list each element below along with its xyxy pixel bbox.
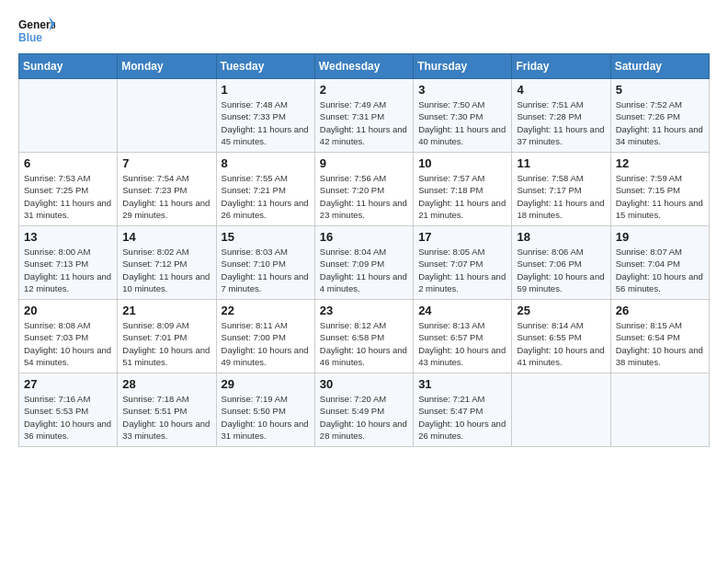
calendar-day: 1 Sunrise: 7:48 AM Sunset: 7:33 PM Dayli…	[216, 79, 314, 153]
sunrise-text: Sunrise: 7:58 AM	[517, 172, 605, 184]
day-number: 12	[616, 156, 704, 170]
calendar-day	[512, 373, 610, 447]
page-header: General Blue	[18, 15, 710, 48]
day-number: 3	[418, 83, 506, 97]
sunset-text: Sunset: 7:20 PM	[320, 184, 408, 196]
daylight-text: Daylight: 11 hours and 45 minutes.	[222, 123, 310, 148]
sunset-text: Sunset: 7:04 PM	[616, 258, 704, 270]
day-info: Sunrise: 7:16 AM Sunset: 5:53 PM Dayligh…	[24, 393, 112, 442]
svg-text:Blue: Blue	[18, 31, 42, 44]
day-info: Sunrise: 7:56 AM Sunset: 7:20 PM Dayligh…	[320, 172, 408, 221]
sunset-text: Sunset: 7:33 PM	[222, 110, 310, 122]
calendar-day: 28 Sunrise: 7:18 AM Sunset: 5:51 PM Dayl…	[118, 373, 216, 447]
calendar-day: 7 Sunrise: 7:54 AM Sunset: 7:23 PM Dayli…	[118, 153, 216, 226]
day-info: Sunrise: 7:58 AM Sunset: 7:17 PM Dayligh…	[517, 172, 605, 221]
sunrise-text: Sunrise: 7:51 AM	[517, 98, 605, 110]
calendar-day: 26 Sunrise: 8:15 AM Sunset: 6:54 PM Dayl…	[610, 300, 709, 373]
day-number: 31	[418, 377, 506, 391]
day-info: Sunrise: 7:54 AM Sunset: 7:23 PM Dayligh…	[122, 172, 210, 221]
calendar-day: 9 Sunrise: 7:56 AM Sunset: 7:20 PM Dayli…	[314, 153, 413, 226]
day-info: Sunrise: 8:05 AM Sunset: 7:07 PM Dayligh…	[418, 246, 506, 294]
calendar-day: 4 Sunrise: 7:51 AM Sunset: 7:28 PM Dayli…	[512, 79, 610, 153]
calendar-day: 29 Sunrise: 7:19 AM Sunset: 5:50 PM Dayl…	[216, 373, 314, 447]
sunset-text: Sunset: 7:06 PM	[517, 258, 605, 270]
calendar-week-4: 20 Sunrise: 8:08 AM Sunset: 7:03 PM Dayl…	[19, 300, 710, 373]
calendar-day: 13 Sunrise: 8:00 AM Sunset: 7:13 PM Dayl…	[19, 226, 118, 300]
day-info: Sunrise: 7:19 AM Sunset: 5:50 PM Dayligh…	[222, 393, 310, 442]
day-number: 16	[320, 230, 408, 244]
daylight-text: Daylight: 11 hours and 2 minutes.	[418, 270, 506, 295]
day-info: Sunrise: 7:48 AM Sunset: 7:33 PM Dayligh…	[222, 98, 310, 147]
sunrise-text: Sunrise: 7:56 AM	[320, 172, 408, 184]
calendar-day: 30 Sunrise: 7:20 AM Sunset: 5:49 PM Dayl…	[314, 373, 413, 447]
sunset-text: Sunset: 7:26 PM	[616, 110, 704, 122]
sunset-text: Sunset: 5:51 PM	[122, 405, 210, 417]
sunrise-text: Sunrise: 7:59 AM	[616, 172, 704, 184]
weekday-header-wednesday: Wednesday	[314, 54, 413, 79]
sunset-text: Sunset: 6:58 PM	[320, 331, 408, 343]
day-number: 9	[320, 156, 408, 170]
daylight-text: Daylight: 11 hours and 23 minutes.	[320, 197, 408, 222]
daylight-text: Daylight: 11 hours and 34 minutes.	[616, 123, 704, 148]
weekday-header-sunday: Sunday	[19, 54, 118, 79]
calendar-day: 27 Sunrise: 7:16 AM Sunset: 5:53 PM Dayl…	[19, 373, 118, 447]
weekday-header-tuesday: Tuesday	[216, 54, 314, 79]
day-info: Sunrise: 7:53 AM Sunset: 7:25 PM Dayligh…	[24, 172, 112, 221]
daylight-text: Daylight: 10 hours and 49 minutes.	[222, 344, 310, 369]
sunrise-text: Sunrise: 8:02 AM	[122, 246, 210, 258]
daylight-text: Daylight: 11 hours and 37 minutes.	[517, 123, 605, 148]
day-number: 26	[616, 304, 704, 317]
calendar-week-2: 6 Sunrise: 7:53 AM Sunset: 7:25 PM Dayli…	[19, 153, 710, 226]
day-number: 8	[222, 156, 310, 170]
day-info: Sunrise: 8:04 AM Sunset: 7:09 PM Dayligh…	[320, 246, 408, 294]
logo: General Blue	[18, 15, 55, 48]
sunset-text: Sunset: 7:25 PM	[24, 184, 112, 196]
calendar-week-5: 27 Sunrise: 7:16 AM Sunset: 5:53 PM Dayl…	[19, 373, 710, 447]
daylight-text: Daylight: 10 hours and 38 minutes.	[616, 344, 704, 369]
sunset-text: Sunset: 5:49 PM	[320, 405, 408, 417]
daylight-text: Daylight: 11 hours and 18 minutes.	[517, 197, 605, 222]
daylight-text: Daylight: 10 hours and 31 minutes.	[222, 418, 310, 442]
day-info: Sunrise: 7:49 AM Sunset: 7:31 PM Dayligh…	[320, 98, 408, 147]
sunrise-text: Sunrise: 8:14 AM	[517, 319, 605, 331]
day-info: Sunrise: 7:20 AM Sunset: 5:49 PM Dayligh…	[320, 393, 408, 442]
daylight-text: Daylight: 10 hours and 54 minutes.	[24, 344, 112, 369]
day-number: 2	[320, 83, 408, 97]
sunrise-text: Sunrise: 7:52 AM	[616, 98, 704, 110]
day-info: Sunrise: 7:52 AM Sunset: 7:26 PM Dayligh…	[616, 98, 704, 147]
sunrise-text: Sunrise: 7:16 AM	[24, 393, 112, 405]
sunrise-text: Sunrise: 8:09 AM	[122, 319, 210, 331]
day-info: Sunrise: 7:57 AM Sunset: 7:18 PM Dayligh…	[418, 172, 506, 221]
sunrise-text: Sunrise: 7:49 AM	[320, 98, 408, 110]
sunset-text: Sunset: 7:10 PM	[222, 258, 310, 270]
sunrise-text: Sunrise: 8:08 AM	[24, 319, 112, 331]
daylight-text: Daylight: 11 hours and 12 minutes.	[24, 270, 112, 295]
calendar-day: 23 Sunrise: 8:12 AM Sunset: 6:58 PM Dayl…	[314, 300, 413, 373]
daylight-text: Daylight: 10 hours and 43 minutes.	[418, 344, 506, 369]
day-number: 13	[24, 230, 112, 244]
day-number: 6	[24, 156, 112, 170]
day-number: 27	[24, 377, 112, 391]
day-info: Sunrise: 8:06 AM Sunset: 7:06 PM Dayligh…	[517, 246, 605, 294]
sunrise-text: Sunrise: 7:57 AM	[418, 172, 506, 184]
calendar-day: 11 Sunrise: 7:58 AM Sunset: 7:17 PM Dayl…	[512, 153, 610, 226]
sunrise-text: Sunrise: 8:05 AM	[418, 246, 506, 258]
calendar-day: 19 Sunrise: 8:07 AM Sunset: 7:04 PM Dayl…	[610, 226, 709, 300]
day-info: Sunrise: 8:12 AM Sunset: 6:58 PM Dayligh…	[320, 319, 408, 368]
daylight-text: Daylight: 11 hours and 15 minutes.	[616, 197, 704, 222]
day-info: Sunrise: 8:03 AM Sunset: 7:10 PM Dayligh…	[222, 246, 310, 294]
day-number: 19	[616, 230, 704, 244]
daylight-text: Daylight: 11 hours and 10 minutes.	[122, 270, 210, 295]
sunset-text: Sunset: 5:47 PM	[418, 405, 506, 417]
daylight-text: Daylight: 11 hours and 21 minutes.	[418, 197, 506, 222]
sunset-text: Sunset: 7:23 PM	[122, 184, 210, 196]
day-info: Sunrise: 8:00 AM Sunset: 7:13 PM Dayligh…	[24, 246, 112, 294]
sunset-text: Sunset: 7:18 PM	[418, 184, 506, 196]
sunrise-text: Sunrise: 8:00 AM	[24, 246, 112, 258]
sunset-text: Sunset: 7:30 PM	[418, 110, 506, 122]
sunset-text: Sunset: 7:13 PM	[24, 258, 112, 270]
calendar-day: 5 Sunrise: 7:52 AM Sunset: 7:26 PM Dayli…	[610, 79, 709, 153]
sunrise-text: Sunrise: 7:21 AM	[418, 393, 506, 405]
weekday-header-row: SundayMondayTuesdayWednesdayThursdayFrid…	[19, 54, 710, 79]
day-info: Sunrise: 7:59 AM Sunset: 7:15 PM Dayligh…	[616, 172, 704, 221]
